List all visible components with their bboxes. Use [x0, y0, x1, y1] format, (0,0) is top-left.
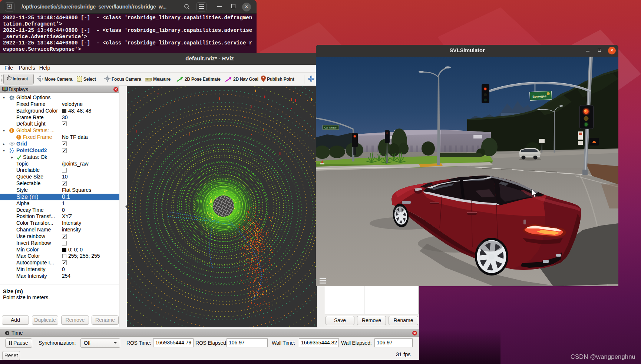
svg-text:Car Ibbean: Car Ibbean: [324, 126, 337, 129]
svg-text:Borregas: Borregas: [532, 94, 546, 98]
